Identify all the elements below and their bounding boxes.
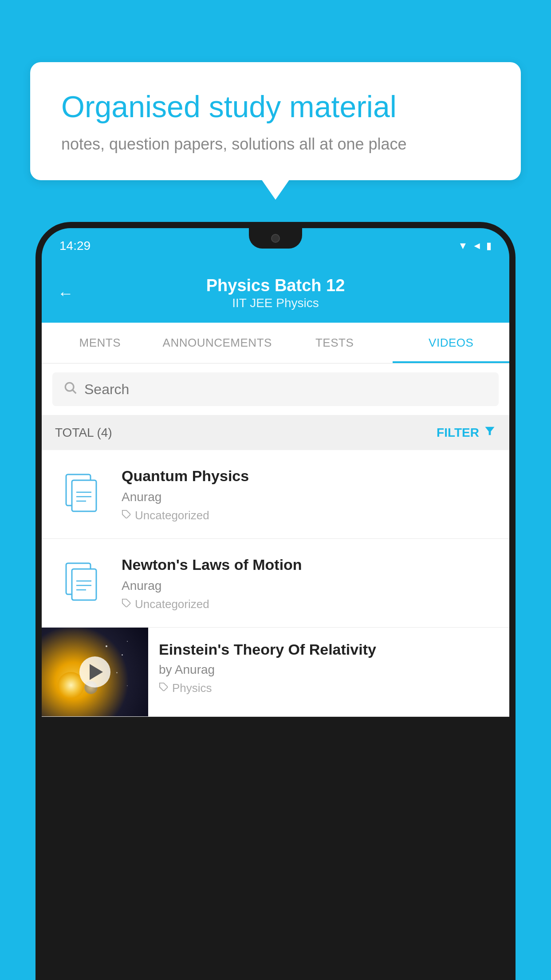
svg-point-0 (65, 383, 74, 391)
signal-icon: ◄ (472, 240, 482, 252)
tab-tests[interactable]: TESTS (276, 323, 393, 363)
search-input-wrapper (52, 372, 499, 406)
speech-bubble-container: Organised study material notes, question… (30, 62, 521, 180)
play-triangle-icon (90, 664, 103, 680)
app-header-title: Physics Batch 12 (59, 276, 492, 295)
video-tag-2: Uncategorized (122, 597, 496, 611)
video-tag-3: Physics (159, 681, 499, 695)
video-title-1: Quantum Physics (122, 466, 496, 486)
battery-icon: ▮ (486, 240, 492, 252)
filter-button[interactable]: FILTER (437, 425, 496, 440)
svg-rect-4 (72, 480, 96, 511)
phone-notch (249, 228, 302, 249)
tab-announcements[interactable]: ANNOUNCEMENTS (158, 323, 276, 363)
video-tag-text-1: Uncategorized (135, 509, 209, 522)
list-item[interactable]: Newton's Laws of Motion Anurag Uncategor… (42, 539, 509, 628)
filter-label: FILTER (437, 426, 479, 440)
video-tag-text-3: Physics (172, 681, 212, 695)
app-header: ← Physics Batch 12 IIT JEE Physics (42, 264, 509, 323)
video-author-1: Anurag (122, 490, 496, 504)
app-content: ← Physics Batch 12 IIT JEE Physics MENTS… (42, 264, 509, 717)
video-thumbnail-2 (55, 561, 108, 605)
total-count: TOTAL (4) (55, 426, 112, 440)
video-list: Quantum Physics Anurag Uncategorized (42, 450, 509, 717)
tag-icon-3 (159, 682, 169, 695)
play-button[interactable] (79, 656, 110, 688)
tab-ments[interactable]: MENTS (42, 323, 158, 363)
svg-rect-10 (72, 569, 96, 600)
video-tag-text-2: Uncategorized (135, 597, 209, 611)
video-author-2: Anurag (122, 579, 496, 593)
tab-videos[interactable]: VIDEOS (393, 323, 509, 363)
search-icon (63, 380, 77, 398)
header-text-group: Physics Batch 12 IIT JEE Physics (59, 276, 492, 310)
app-header-subtitle: IIT JEE Physics (59, 296, 492, 310)
phone-outer: 14:29 ▼ ◄ ▮ ← Physics Batch 12 IIT JEE P… (35, 222, 516, 980)
search-input[interactable] (84, 381, 488, 398)
speech-bubble-title: Organised study material (61, 89, 490, 125)
tag-icon-1 (122, 510, 131, 522)
search-container (42, 364, 509, 415)
video-title-3: Einstein's Theory Of Relativity (159, 641, 499, 658)
speech-bubble: Organised study material notes, question… (30, 62, 521, 180)
wifi-icon: ▼ (458, 240, 468, 252)
svg-marker-2 (485, 427, 495, 435)
phone-camera (271, 234, 280, 243)
list-item[interactable]: Quantum Physics Anurag Uncategorized (42, 450, 509, 539)
status-bar: 14:29 ▼ ◄ ▮ (42, 228, 509, 264)
video-author-3: by Anurag (159, 663, 499, 677)
tabs-container: MENTS ANNOUNCEMENTS TESTS VIDEOS (42, 323, 509, 364)
speech-bubble-subtitle: notes, question papers, solutions all at… (61, 135, 490, 154)
video-info-2: Newton's Laws of Motion Anurag Uncategor… (122, 555, 496, 611)
video-info-1: Quantum Physics Anurag Uncategorized (122, 466, 496, 522)
video-thumbnail-3 (42, 628, 148, 716)
video-tag-1: Uncategorized (122, 509, 496, 522)
tag-icon-2 (122, 598, 131, 611)
video-title-2: Newton's Laws of Motion (122, 555, 496, 574)
list-item[interactable]: Einstein's Theory Of Relativity by Anura… (42, 628, 509, 717)
filter-icon (484, 425, 496, 440)
filter-bar: TOTAL (4) FILTER (42, 415, 509, 450)
video-info-3: Einstein's Theory Of Relativity by Anura… (148, 628, 509, 708)
phone-mockup: 14:29 ▼ ◄ ▮ ← Physics Batch 12 IIT JEE P… (35, 222, 516, 980)
status-icons: ▼ ◄ ▮ (458, 240, 492, 252)
phone-time: 14:29 (59, 239, 91, 253)
svg-line-1 (73, 390, 76, 393)
back-button[interactable]: ← (58, 284, 74, 303)
video-thumbnail-1 (55, 472, 108, 517)
